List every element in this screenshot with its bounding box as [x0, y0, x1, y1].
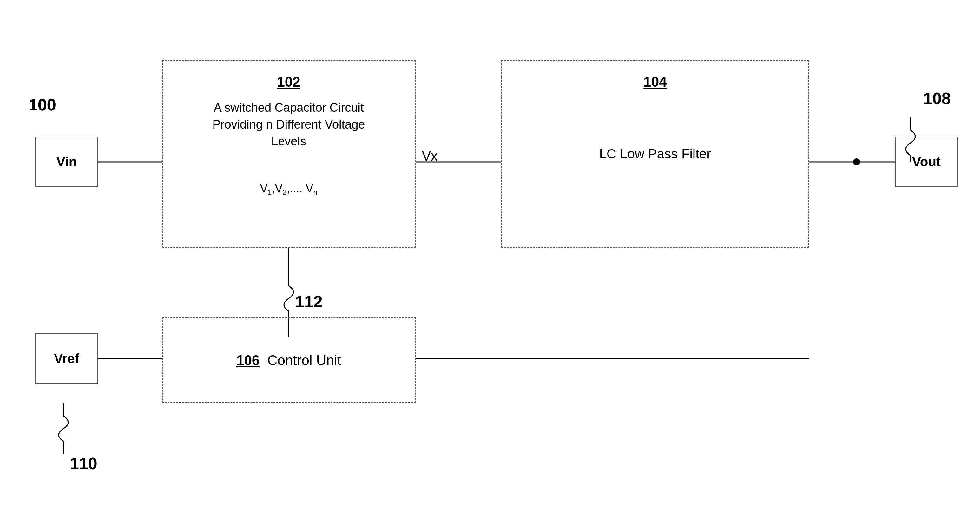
control-ref-label: 106 [236, 353, 259, 368]
scc-formula: V1,V2,.... Vn [163, 182, 415, 197]
vout-box: Vout [895, 137, 958, 187]
scc-box: 102 A switched Capacitor Circuit Providi… [162, 60, 415, 247]
vx-label: Vx [422, 148, 438, 164]
lc-box: 104 LC Low Pass Filter [501, 60, 809, 247]
vin-label: Vin [36, 154, 97, 169]
ref-label-108: 108 [923, 89, 951, 108]
vout-label: Vout [896, 154, 957, 169]
vin-box: Vin [35, 137, 99, 187]
control-label: Control Unit [267, 353, 341, 368]
lc-label: LC Low Pass Filter [502, 146, 808, 161]
scc-ref-label: 102 [277, 74, 300, 89]
scc-desc: A switched Capacitor Circuit Providing n… [163, 99, 415, 150]
circuit-diagram-svg [0, 0, 980, 514]
diagram-container: 100 Vin 102 A switched Capacitor Circuit… [0, 0, 980, 514]
vref-box: Vref [35, 334, 99, 384]
vref-label: Vref [36, 351, 97, 366]
lc-ref-label: 104 [643, 74, 667, 89]
node-dot [853, 158, 860, 165]
ref-label-110: 110 [70, 454, 97, 473]
control-box: 106 Control Unit [162, 318, 415, 403]
ref-label-112: 112 [295, 292, 323, 311]
ref-label-100-display: 100 [29, 95, 56, 114]
